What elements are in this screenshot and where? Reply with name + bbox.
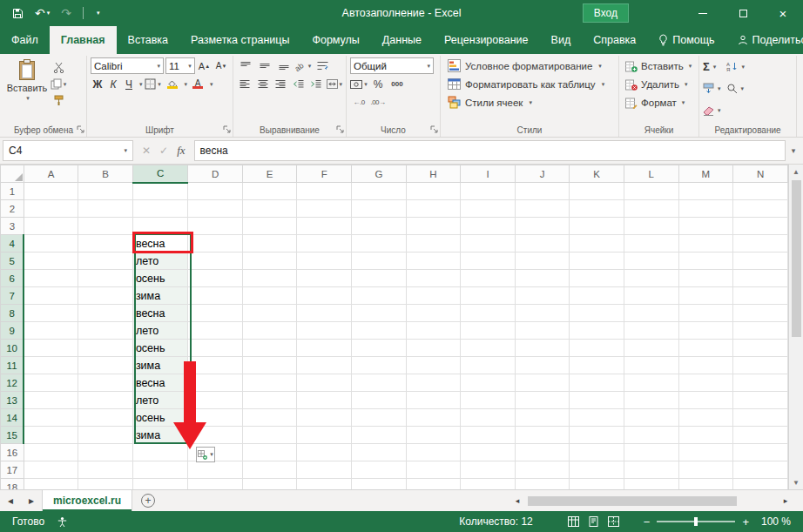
- cell-M8[interactable]: [678, 305, 733, 322]
- cell-F2[interactable]: [297, 200, 352, 218]
- cell-M14[interactable]: [678, 409, 733, 427]
- cell-A14[interactable]: [24, 409, 78, 427]
- cell-K3[interactable]: [570, 218, 624, 235]
- cell-E2[interactable]: [242, 200, 297, 218]
- horizontal-scroll-thumb[interactable]: [528, 496, 737, 506]
- cell-G5[interactable]: [352, 253, 407, 270]
- enter-icon[interactable]: ✓: [159, 145, 168, 157]
- cell-J5[interactable]: [515, 253, 570, 270]
- cell-C8[interactable]: весна: [132, 305, 187, 322]
- cell-L7[interactable]: [624, 287, 678, 305]
- wrap-text-icon[interactable]: [314, 57, 331, 74]
- cell-H3[interactable]: [406, 218, 461, 235]
- cell-H9[interactable]: [406, 322, 461, 340]
- cell-I5[interactable]: [461, 253, 516, 270]
- cell-K12[interactable]: [570, 374, 624, 392]
- cell-K8[interactable]: [570, 305, 624, 322]
- cell-H18[interactable]: [406, 479, 461, 490]
- currency-format-icon[interactable]: ▾: [350, 76, 368, 92]
- cell-F15[interactable]: [297, 427, 352, 444]
- percent-format-icon[interactable]: %: [369, 76, 387, 92]
- cell-M6[interactable]: [678, 270, 733, 287]
- cell-F16[interactable]: [297, 444, 352, 461]
- cell-G14[interactable]: [352, 409, 407, 427]
- cell-N3[interactable]: [733, 218, 788, 235]
- zoom-in-icon[interactable]: +: [742, 515, 749, 529]
- cell-G10[interactable]: [352, 340, 407, 357]
- font-dialog-launcher[interactable]: [223, 125, 231, 135]
- cell-K11[interactable]: [570, 357, 624, 374]
- increase-font-icon[interactable]: A▲: [197, 57, 213, 74]
- cell-M5[interactable]: [678, 253, 733, 270]
- cell-G1[interactable]: [352, 183, 407, 200]
- cell-N12[interactable]: [733, 374, 788, 392]
- cell-B13[interactable]: [78, 392, 133, 409]
- cell-I13[interactable]: [461, 392, 516, 409]
- number-dialog-launcher[interactable]: [430, 125, 438, 135]
- view-normal-icon[interactable]: [568, 516, 579, 527]
- cell-K9[interactable]: [570, 322, 624, 340]
- cell-L3[interactable]: [624, 218, 678, 235]
- cell-F7[interactable]: [297, 287, 352, 305]
- tab-file[interactable]: Файл: [0, 26, 50, 54]
- cell-L5[interactable]: [624, 253, 678, 270]
- cell-E9[interactable]: [242, 322, 297, 340]
- cell-M18[interactable]: [678, 479, 733, 490]
- cell-H12[interactable]: [406, 374, 461, 392]
- cell-L17[interactable]: [624, 461, 678, 479]
- cell-M12[interactable]: [678, 374, 733, 392]
- cell-H8[interactable]: [406, 305, 461, 322]
- cell-E10[interactable]: [242, 340, 297, 357]
- column-header-L[interactable]: L: [624, 165, 678, 183]
- select-all-corner[interactable]: [1, 165, 24, 183]
- tell-me-tab[interactable]: Помощь: [647, 26, 725, 54]
- cell-A8[interactable]: [24, 305, 78, 322]
- cell-K5[interactable]: [570, 253, 624, 270]
- decrease-decimal-icon[interactable]: .00→: [369, 94, 387, 111]
- cell-B14[interactable]: [78, 409, 133, 427]
- comma-format-icon[interactable]: 000: [388, 76, 406, 92]
- cell-N6[interactable]: [733, 270, 788, 287]
- cell-B1[interactable]: [78, 183, 133, 200]
- cell-I15[interactable]: [461, 427, 516, 444]
- clear-button[interactable]: ▾: [703, 102, 721, 118]
- cell-A11[interactable]: [24, 357, 78, 374]
- cell-B15[interactable]: [78, 427, 133, 444]
- cell-N18[interactable]: [733, 479, 788, 490]
- cell-A3[interactable]: [24, 218, 78, 235]
- row-header-6[interactable]: 6: [1, 270, 24, 287]
- cancel-icon[interactable]: ✕: [142, 145, 151, 157]
- row-header-4[interactable]: 4: [1, 235, 24, 253]
- cell-H15[interactable]: [406, 427, 461, 444]
- decrease-font-icon[interactable]: A▼: [213, 57, 229, 74]
- increase-decimal-icon[interactable]: ←.0: [350, 94, 368, 111]
- cell-I18[interactable]: [461, 479, 516, 490]
- tab-view[interactable]: Вид: [540, 26, 583, 54]
- row-header-5[interactable]: 5: [1, 253, 24, 270]
- underline-button[interactable]: Ч: [122, 78, 136, 91]
- cell-D2[interactable]: [188, 200, 243, 218]
- cell-J3[interactable]: [515, 218, 570, 235]
- cell-K15[interactable]: [570, 427, 624, 444]
- row-header-3[interactable]: 3: [1, 218, 24, 235]
- borders-button[interactable]: ▾: [145, 76, 162, 92]
- cell-E7[interactable]: [242, 287, 297, 305]
- cell-H1[interactable]: [406, 183, 461, 200]
- formula-input[interactable]: весна: [194, 140, 786, 161]
- column-header-K[interactable]: K: [570, 165, 624, 183]
- cell-B2[interactable]: [78, 200, 133, 218]
- cell-A17[interactable]: [24, 461, 78, 479]
- cell-H4[interactable]: [406, 235, 461, 253]
- cell-E3[interactable]: [242, 218, 297, 235]
- cell-K2[interactable]: [570, 200, 624, 218]
- cell-N1[interactable]: [733, 183, 788, 200]
- cell-F9[interactable]: [297, 322, 352, 340]
- cell-F17[interactable]: [297, 461, 352, 479]
- cell-L6[interactable]: [624, 270, 678, 287]
- cell-J17[interactable]: [515, 461, 570, 479]
- cell-A2[interactable]: [24, 200, 78, 218]
- font-size-select[interactable]: 11▾: [165, 57, 195, 74]
- cell-K1[interactable]: [570, 183, 624, 200]
- cell-I12[interactable]: [461, 374, 516, 392]
- cell-N9[interactable]: [733, 322, 788, 340]
